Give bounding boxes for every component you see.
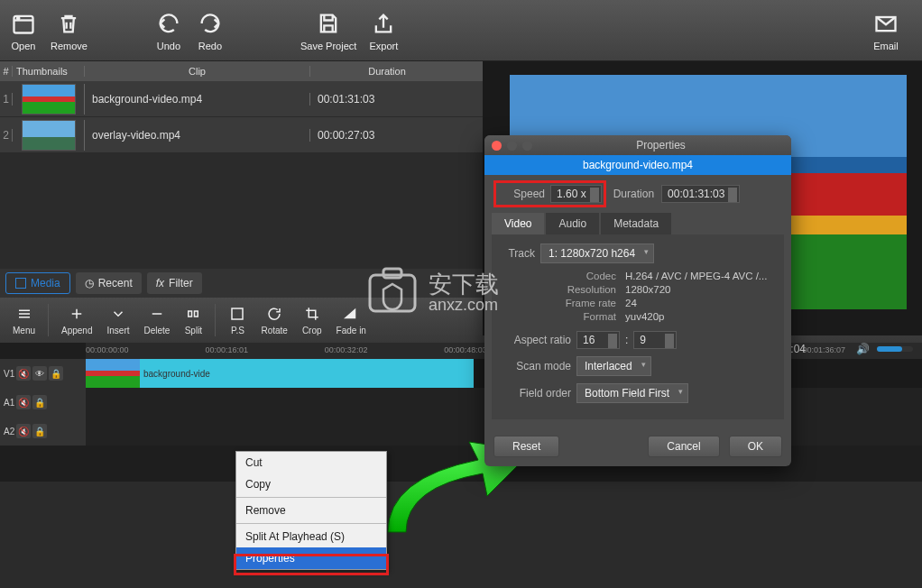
resolution-v: 1280x720 xyxy=(625,284,671,295)
fx-icon: fx xyxy=(156,277,164,289)
props-tab-audio[interactable]: Audio xyxy=(546,213,599,234)
menu-label: Menu xyxy=(13,326,35,335)
track-mute-button[interactable]: 🔇 xyxy=(16,424,31,438)
menu-button[interactable]: Menu xyxy=(5,305,42,335)
ctx-copy[interactable]: Copy xyxy=(236,473,386,495)
volume-slider[interactable] xyxy=(877,346,913,352)
ctx-cut[interactable]: Cut xyxy=(236,452,386,473)
minimize-dot[interactable] xyxy=(507,141,517,151)
track-lock-button[interactable]: 🔒 xyxy=(49,366,63,381)
remove-button[interactable]: Remove xyxy=(51,9,88,51)
framerate-v: 24 xyxy=(625,298,637,308)
crop-icon xyxy=(303,305,321,323)
aspect-w: 16 xyxy=(583,334,595,346)
track-mute-button[interactable]: 🔇 xyxy=(16,395,31,409)
zoom-dot[interactable] xyxy=(522,141,532,151)
format-k: Format xyxy=(546,311,616,322)
speaker-icon[interactable]: 🔊 xyxy=(856,343,870,355)
col-thumb-header: Thumbnails xyxy=(13,66,85,77)
props-tab-video[interactable]: Video xyxy=(492,213,544,234)
save-project-button[interactable]: Save Project xyxy=(300,9,356,51)
props-tab-metadata[interactable]: Metadata xyxy=(601,213,671,234)
clip-row-num: 1 xyxy=(0,93,13,106)
export-label: Export xyxy=(369,41,398,51)
aspect-w-stepper[interactable]: 16 xyxy=(576,331,620,349)
close-dot[interactable] xyxy=(492,141,502,151)
clip-row-duration: 00:01:31:03 xyxy=(310,93,464,106)
undo-icon xyxy=(154,9,183,38)
ctx-properties[interactable]: Properties xyxy=(236,547,386,569)
codec-info: CodecH.264 / AVC / MPEG-4 AVC /... Resol… xyxy=(546,271,775,322)
export-button[interactable]: Export xyxy=(369,9,398,51)
filter-tab[interactable]: fxFilter xyxy=(147,272,202,294)
properties-tabs: Video Audio Metadata xyxy=(484,213,791,234)
ps-button[interactable]: P.S xyxy=(221,305,254,335)
clip-thumbnail xyxy=(22,120,76,151)
redo-button[interactable]: Redo xyxy=(196,9,225,51)
clip-row-name: background-video.mp4 xyxy=(85,93,310,106)
trash-icon xyxy=(54,9,83,38)
ps-icon xyxy=(228,305,246,323)
speed-highlight-annotation: Speed 1.60 x xyxy=(493,180,606,207)
open-button[interactable]: Open xyxy=(9,9,38,51)
properties-body: Track 1: 1280x720 h264 CodecH.264 / AVC … xyxy=(492,234,784,419)
track-header-a2: A2 🔇 🔒 xyxy=(0,417,86,446)
scan-mode-label: Scan mode xyxy=(501,360,571,372)
insert-button[interactable]: Insert xyxy=(100,305,137,335)
track-lock-button[interactable]: 🔒 xyxy=(32,424,47,438)
reset-button[interactable]: Reset xyxy=(493,436,559,457)
svg-rect-5 xyxy=(232,308,243,319)
minus-icon xyxy=(148,305,166,323)
cancel-button[interactable]: Cancel xyxy=(648,436,719,457)
duration-field[interactable]: 00:01:31:03 xyxy=(661,185,740,203)
undo-button[interactable]: Undo xyxy=(154,9,183,51)
crop-button[interactable]: Crop xyxy=(295,305,329,335)
delete-button[interactable]: Delete xyxy=(137,305,178,335)
aspect-sep: : xyxy=(625,334,628,346)
track-mute-button[interactable]: 🔇 xyxy=(16,366,31,381)
fade-in-button[interactable]: Fade in xyxy=(329,305,373,335)
track-lock-button[interactable]: 🔒 xyxy=(32,395,47,409)
dialog-buttons: Reset Cancel OK xyxy=(484,427,791,466)
split-icon xyxy=(184,305,202,323)
ctx-remove[interactable]: Remove xyxy=(236,500,386,521)
append-button[interactable]: Append xyxy=(54,305,99,335)
export-icon xyxy=(369,9,398,38)
track-select[interactable]: 1: 1280x720 h264 xyxy=(540,243,654,263)
save-project-label: Save Project xyxy=(300,41,356,51)
resolution-k: Resolution xyxy=(546,284,616,295)
fade-in-label: Fade in xyxy=(337,326,366,335)
ok-button[interactable]: OK xyxy=(729,436,782,457)
field-order-select[interactable]: Bottom Field First xyxy=(576,383,688,403)
col-clip-header[interactable]: Clip xyxy=(85,66,310,77)
media-icon xyxy=(15,278,26,289)
track-visible-button[interactable]: 👁 xyxy=(32,366,47,381)
split-button[interactable]: Split xyxy=(177,305,209,335)
field-order-label: Field order xyxy=(501,387,571,400)
scan-mode-select[interactable]: Interlaced xyxy=(576,356,651,376)
rotate-button[interactable]: Rotate xyxy=(254,305,294,335)
undo-label: Undo xyxy=(157,41,180,51)
email-label: Email xyxy=(873,41,899,51)
timeline-clip[interactable]: background-vide xyxy=(86,359,474,388)
recent-tab[interactable]: ◷Recent xyxy=(76,272,142,294)
timeline-clip-label: background-vide xyxy=(140,369,210,379)
media-tab[interactable]: Media xyxy=(5,272,70,294)
plus-icon xyxy=(68,305,86,323)
dialog-titlebar[interactable]: Properties xyxy=(484,135,791,155)
ruler-mark: 00:00:32:02 xyxy=(325,345,444,354)
svg-rect-3 xyxy=(189,311,192,317)
ctx-split[interactable]: Split At Playhead (S) xyxy=(236,526,386,547)
append-label: Append xyxy=(61,326,92,335)
ruler-mark: 00:00:16:01 xyxy=(205,345,324,354)
aspect-h-stepper[interactable]: 9 xyxy=(633,331,677,349)
rotate-icon xyxy=(265,305,283,323)
speed-stepper[interactable]: 1.60 x xyxy=(550,185,602,203)
media-tab-label: Media xyxy=(31,277,60,289)
duration-value: 00:01:31:03 xyxy=(668,188,724,200)
col-dur-header[interactable]: Duration xyxy=(310,66,464,77)
email-button[interactable]: Email xyxy=(871,9,900,51)
open-label: Open xyxy=(12,41,36,51)
clock-icon: ◷ xyxy=(85,277,94,289)
clip-thumbnail xyxy=(22,84,76,115)
